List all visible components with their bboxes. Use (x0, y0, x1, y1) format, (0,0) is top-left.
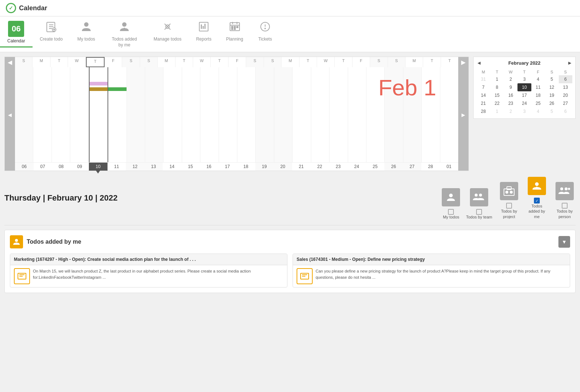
grid-col-today[interactable] (89, 67, 108, 162)
filter-my-todos[interactable]: My todos (442, 188, 460, 219)
grid-footer-day[interactable]: 15 (181, 162, 200, 171)
grid-col[interactable] (127, 67, 145, 162)
grid-footer-day[interactable]: 07 (34, 162, 52, 171)
sidebar-item-tickets[interactable]: Tickets (251, 19, 280, 46)
grid-footer-day-today[interactable]: 10 (89, 162, 108, 171)
mini-cal-day[interactable]: 28 (477, 107, 490, 115)
mini-cal-day[interactable]: 5 (545, 107, 558, 115)
mini-cal-day[interactable]: 2 (504, 107, 517, 115)
mini-cal-day[interactable]: 13 (559, 83, 572, 91)
grid-footer-day[interactable]: 24 (347, 162, 366, 171)
mini-cal-day-today[interactable]: 10 (517, 83, 531, 91)
mini-cal-day[interactable]: 5 (545, 75, 558, 83)
grid-col[interactable] (293, 67, 311, 162)
grid-prev-btn[interactable]: ◀ (5, 57, 15, 67)
grid-col[interactable] (329, 67, 348, 162)
filter-todos-by-project[interactable]: Todos by project (498, 182, 520, 219)
mini-cal-day[interactable]: 27 (559, 99, 572, 107)
grid-footer-day[interactable]: 13 (144, 162, 163, 171)
grid-footer-day[interactable]: 22 (310, 162, 329, 171)
mini-cal-day[interactable]: 16 (504, 91, 517, 99)
grid-col[interactable] (385, 67, 403, 162)
filter-checkbox-todos-by-project[interactable] (506, 203, 512, 209)
grid-footer-day[interactable]: 06 (15, 162, 34, 171)
grid-body-prev[interactable]: ◀ (5, 67, 15, 162)
mini-cal-day[interactable]: 3 (517, 75, 531, 83)
grid-footer-day[interactable]: 08 (52, 162, 71, 171)
filter-todos-added-by-me[interactable]: ✓ Todos added by me (526, 177, 548, 219)
grid-col[interactable] (200, 67, 219, 162)
grid-col[interactable] (403, 67, 422, 162)
mini-cal-day[interactable]: 18 (531, 91, 545, 99)
sidebar-item-todos-added-by-me[interactable]: Todos added by me (102, 19, 146, 52)
mini-cal-day[interactable]: 23 (504, 99, 517, 107)
grid-footer-day[interactable]: 20 (274, 162, 292, 171)
mini-cal-day[interactable]: 11 (531, 83, 545, 91)
mini-cal-prev-btn[interactable]: ◄ (477, 60, 482, 66)
mini-cal-day[interactable]: 17 (517, 91, 531, 99)
mini-cal-day[interactable]: 12 (545, 83, 558, 91)
mini-cal-day[interactable]: 19 (545, 91, 558, 99)
grid-col[interactable] (237, 67, 256, 162)
grid-footer-day[interactable]: 25 (366, 162, 385, 171)
sidebar-item-my-todos[interactable]: My todos (70, 19, 102, 46)
mini-cal-day[interactable]: 4 (531, 75, 545, 83)
mini-cal-day[interactable]: 2 (504, 75, 517, 83)
grid-col[interactable] (219, 67, 237, 162)
mini-cal-day[interactable]: 7 (477, 83, 490, 91)
sidebar-item-create-todo[interactable]: Create todo (33, 19, 70, 46)
grid-col[interactable] (182, 67, 200, 162)
grid-col[interactable] (15, 67, 33, 162)
filter-todos-by-team[interactable]: Todos by team (466, 188, 492, 219)
grid-col[interactable] (274, 67, 293, 162)
grid-footer-day[interactable]: 27 (403, 162, 422, 171)
grid-footer-day[interactable]: 12 (126, 162, 144, 171)
grid-col[interactable] (440, 67, 458, 162)
mini-cal-day[interactable]: 8 (490, 83, 504, 91)
mini-cal-day[interactable]: 20 (559, 91, 572, 99)
mini-cal-day[interactable]: 24 (517, 99, 531, 107)
grid-footer-day[interactable]: 28 (421, 162, 440, 171)
mini-cal-day[interactable]: 22 (490, 99, 504, 107)
filter-todos-by-person[interactable]: Todos by person (554, 182, 576, 219)
mini-cal-day[interactable]: 21 (477, 99, 490, 107)
grid-footer-day[interactable]: 14 (163, 162, 181, 171)
grid-col[interactable] (145, 67, 163, 162)
filter-checkbox-todos-by-team[interactable] (476, 209, 482, 215)
grid-footer-day[interactable]: 19 (255, 162, 274, 171)
mini-cal-day[interactable]: 3 (517, 107, 531, 115)
mini-cal-day[interactable]: 4 (531, 107, 545, 115)
mini-cal-day[interactable]: 6 (559, 107, 572, 115)
filter-checkbox-my-todos[interactable] (448, 209, 454, 215)
grid-col[interactable] (52, 67, 70, 162)
grid-col[interactable] (366, 67, 385, 162)
grid-footer-day[interactable]: 18 (237, 162, 255, 171)
grid-footer-day[interactable]: 21 (292, 162, 311, 171)
grid-footer-day[interactable]: 26 (384, 162, 403, 171)
mini-cal-day[interactable]: 9 (504, 83, 517, 91)
grid-col-next[interactable] (108, 67, 127, 162)
grid-body-next[interactable]: ▶ (458, 67, 468, 162)
mini-cal-day[interactable]: 25 (531, 99, 545, 107)
grid-col[interactable] (163, 67, 182, 162)
filter-checkbox-todos-by-person[interactable] (562, 203, 568, 209)
sidebar-item-reports[interactable]: Reports (189, 19, 219, 46)
mini-cal-day[interactable]: 14 (477, 91, 490, 99)
grid-col[interactable] (70, 67, 88, 162)
grid-col[interactable] (422, 67, 440, 162)
mini-cal-day[interactable]: 1 (490, 107, 504, 115)
grid-col[interactable] (311, 67, 329, 162)
sidebar-item-manage-todos[interactable]: Manage todos (146, 19, 189, 46)
sidebar-item-planning[interactable]: Planning (219, 19, 251, 46)
grid-footer-day[interactable]: 09 (71, 162, 89, 171)
mini-cal-next-btn[interactable]: ► (567, 60, 572, 66)
grid-footer-day[interactable]: 11 (108, 162, 126, 171)
grid-footer-day[interactable]: 16 (200, 162, 218, 171)
grid-col[interactable] (348, 67, 366, 162)
mini-cal-day[interactable]: 1 (490, 75, 504, 83)
filter-button[interactable]: ▼ (558, 236, 570, 248)
mini-cal-day[interactable]: 26 (545, 99, 558, 107)
grid-col[interactable] (256, 67, 274, 162)
grid-footer-day[interactable]: 23 (329, 162, 348, 171)
grid-footer-day[interactable]: 01 (440, 162, 459, 171)
